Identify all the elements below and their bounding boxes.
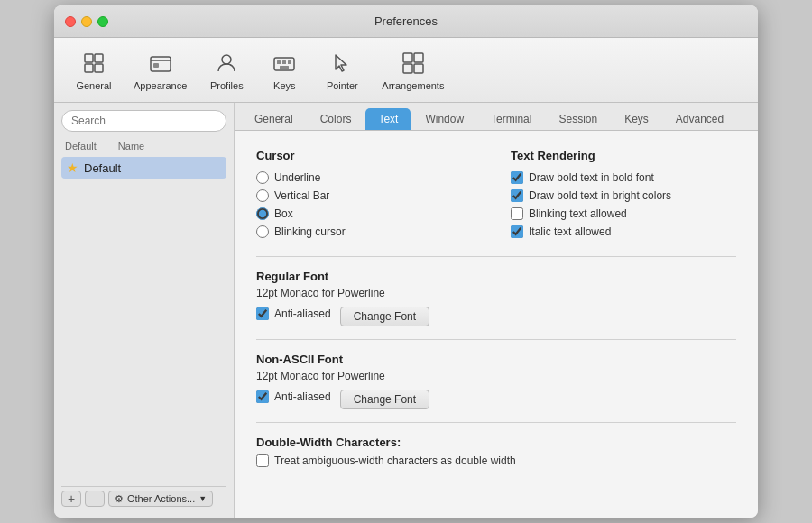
toolbar-label-general: General bbox=[76, 80, 111, 91]
sidebar-header: Default Name bbox=[61, 139, 226, 153]
toolbar-item-appearance[interactable]: Appearance bbox=[126, 45, 194, 95]
radio-blinking-cursor-label: Blinking cursor bbox=[274, 225, 346, 238]
svg-rect-2 bbox=[85, 64, 93, 72]
checkbox-bold-font-label: Draw bold text in bold font bbox=[529, 171, 654, 184]
toolbar-item-general[interactable]: General bbox=[69, 45, 119, 95]
radio-vertical-bar-label: Vertical Bar bbox=[274, 189, 329, 202]
double-width-checkbox-input[interactable] bbox=[256, 454, 269, 467]
checkbox-italic-text[interactable]: Italic text allowed bbox=[511, 225, 736, 238]
non-ascii-font-title: Non-ASCII Font bbox=[256, 353, 736, 366]
regular-font-anti-aliased-input[interactable] bbox=[256, 307, 269, 320]
add-profile-button[interactable]: + bbox=[61, 491, 81, 507]
toolbar-label-keys: Keys bbox=[273, 80, 295, 91]
tab-text[interactable]: Text bbox=[365, 108, 411, 130]
regular-font-anti-aliased[interactable]: Anti-aliased bbox=[256, 307, 331, 320]
arrangements-icon bbox=[399, 49, 428, 78]
regular-font-name: 12pt Monaco for Powerline bbox=[256, 287, 736, 299]
regular-font-row: Anti-aliased Change Font bbox=[256, 307, 736, 326]
checkbox-bright-colors[interactable]: Draw bold text in bright colors bbox=[511, 189, 736, 202]
svg-rect-1 bbox=[95, 54, 103, 62]
tab-window[interactable]: Window bbox=[412, 108, 476, 130]
toolbar-label-appearance: Appearance bbox=[134, 80, 187, 91]
checkbox-italic-text-label: Italic text allowed bbox=[529, 225, 611, 238]
non-ascii-font-anti-aliased-input[interactable] bbox=[256, 390, 269, 403]
radio-underline-input[interactable] bbox=[256, 171, 269, 184]
radio-blinking-cursor[interactable]: Blinking cursor bbox=[256, 225, 482, 238]
svg-point-7 bbox=[222, 55, 231, 64]
double-width-checkbox[interactable]: Treat ambiguous-width characters as doub… bbox=[256, 454, 736, 467]
divider-2 bbox=[256, 339, 736, 340]
regular-font-anti-aliased-label: Anti-aliased bbox=[274, 307, 331, 320]
toolbar: General Appearance Profiles Keys Pointer bbox=[54, 38, 758, 103]
tab-advanced[interactable]: Advanced bbox=[663, 108, 736, 130]
radio-underline[interactable]: Underline bbox=[256, 171, 482, 184]
keys-icon bbox=[270, 49, 299, 78]
svg-rect-13 bbox=[403, 53, 412, 62]
sidebar-list: ★ Default bbox=[61, 157, 226, 479]
other-actions-label: Other Actions... bbox=[127, 493, 195, 504]
sidebar-col-name: Name bbox=[118, 141, 144, 151]
search-input[interactable] bbox=[61, 110, 226, 132]
checkbox-bold-font-input[interactable] bbox=[511, 171, 523, 184]
svg-rect-9 bbox=[277, 60, 281, 64]
double-width-title: Double-Width Characters: bbox=[256, 436, 736, 449]
svg-rect-10 bbox=[282, 60, 286, 64]
non-ascii-font-row: Anti-aliased Change Font bbox=[256, 390, 736, 409]
radio-box[interactable]: Box bbox=[256, 207, 482, 220]
non-ascii-font-anti-aliased-label: Anti-aliased bbox=[274, 390, 331, 403]
list-item[interactable]: ★ Default bbox=[61, 157, 226, 179]
close-button[interactable] bbox=[65, 16, 76, 27]
tab-general[interactable]: General bbox=[242, 108, 306, 130]
toolbar-item-profiles[interactable]: Profiles bbox=[201, 45, 252, 95]
remove-profile-button[interactable]: – bbox=[85, 491, 105, 507]
cursor-section: Cursor Underline Vertical Bar Box bbox=[256, 149, 482, 243]
non-ascii-font-anti-aliased[interactable]: Anti-aliased bbox=[256, 390, 331, 403]
tab-terminal[interactable]: Terminal bbox=[478, 108, 544, 130]
double-width-section: Double-Width Characters: Treat ambiguous… bbox=[256, 436, 736, 467]
panel-body: Cursor Underline Vertical Bar Box bbox=[235, 131, 758, 518]
toolbar-label-arrangements: Arrangements bbox=[382, 80, 444, 91]
svg-rect-6 bbox=[153, 63, 159, 68]
toolbar-item-arrangements[interactable]: Arrangements bbox=[374, 45, 451, 95]
regular-font-change-button[interactable]: Change Font bbox=[340, 307, 429, 326]
general-icon bbox=[79, 49, 108, 78]
maximize-button[interactable] bbox=[97, 16, 108, 27]
tab-colors[interactable]: Colors bbox=[308, 108, 364, 130]
toolbar-label-pointer: Pointer bbox=[327, 80, 358, 91]
checkbox-blinking-text-label: Blinking text allowed bbox=[529, 207, 627, 220]
radio-vertical-bar-input[interactable] bbox=[256, 189, 269, 202]
sidebar: Default Name ★ Default + – ⚙ Other Actio… bbox=[54, 103, 235, 518]
checkbox-blinking-text[interactable]: Blinking text allowed bbox=[511, 207, 736, 220]
double-width-label: Treat ambiguous-width characters as doub… bbox=[274, 454, 516, 467]
checkbox-bright-colors-input[interactable] bbox=[511, 189, 523, 202]
divider-3 bbox=[256, 422, 736, 423]
checkbox-blinking-text-input[interactable] bbox=[511, 207, 523, 220]
radio-vertical-bar[interactable]: Vertical Bar bbox=[256, 189, 482, 202]
toolbar-item-pointer[interactable]: Pointer bbox=[317, 45, 367, 95]
minimize-button[interactable] bbox=[81, 16, 92, 27]
divider-1 bbox=[256, 256, 736, 257]
checkbox-bold-font[interactable]: Draw bold text in bold font bbox=[511, 171, 736, 184]
profiles-icon bbox=[212, 49, 241, 78]
non-ascii-font-change-button[interactable]: Change Font bbox=[340, 390, 429, 409]
checkbox-bright-colors-label: Draw bold text in bright colors bbox=[529, 189, 671, 202]
cursor-title: Cursor bbox=[256, 149, 482, 162]
tab-bar: General Colors Text Window Terminal Sess… bbox=[235, 103, 758, 131]
radio-box-label: Box bbox=[274, 207, 293, 220]
tab-session[interactable]: Session bbox=[546, 108, 610, 130]
checkbox-italic-text-input[interactable] bbox=[511, 225, 523, 238]
toolbar-item-keys[interactable]: Keys bbox=[259, 45, 309, 95]
radio-box-input[interactable] bbox=[256, 207, 269, 220]
radio-blinking-cursor-input[interactable] bbox=[256, 225, 269, 238]
other-actions-button[interactable]: ⚙ Other Actions... ▼ bbox=[108, 491, 213, 507]
non-ascii-font-section: Non-ASCII Font 12pt Monaco for Powerline… bbox=[256, 353, 736, 409]
profile-name: Default bbox=[84, 161, 121, 175]
star-icon: ★ bbox=[67, 161, 78, 175]
svg-rect-11 bbox=[288, 60, 291, 64]
window-title: Preferences bbox=[374, 14, 438, 28]
tab-keys[interactable]: Keys bbox=[612, 108, 661, 130]
sidebar-footer: + – ⚙ Other Actions... ▼ bbox=[61, 486, 226, 510]
gear-icon: ⚙ bbox=[115, 493, 124, 505]
regular-font-section: Regular Font 12pt Monaco for Powerline A… bbox=[256, 270, 736, 326]
traffic-lights bbox=[65, 16, 108, 27]
